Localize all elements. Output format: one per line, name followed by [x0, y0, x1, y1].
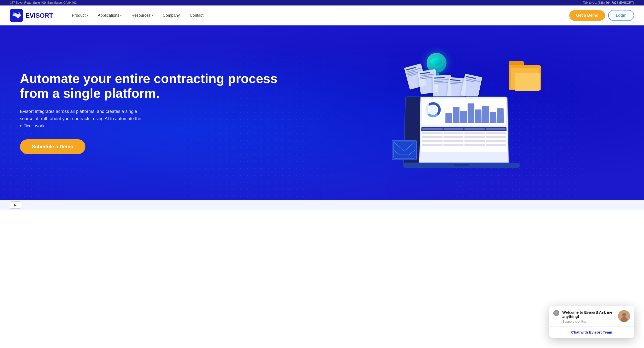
nav-item-resources[interactable]: Resources ▾: [128, 11, 157, 20]
nav-company-label: Company: [163, 13, 180, 18]
nav-applications-label: Applications: [98, 13, 119, 18]
chart-bar: [497, 108, 504, 123]
hero-content: Automate your entire contracting process…: [0, 35, 644, 190]
table-row: [421, 135, 507, 139]
inbox-box: [392, 140, 417, 160]
hero-title: Automate your entire contracting process…: [20, 71, 294, 101]
hero-illustration: [294, 50, 629, 175]
svg-rect-7: [394, 142, 415, 159]
laptop-screen: [404, 97, 510, 164]
hero-section: Automate your entire contracting process…: [0, 26, 644, 200]
folder-tab: [509, 61, 524, 65]
logo-text: EVISORT: [26, 12, 53, 20]
schedule-demo-button[interactable]: Schedule a Demo: [20, 139, 86, 154]
nav-item-applications[interactable]: Applications ▾: [94, 11, 126, 20]
chart-bar: [490, 112, 496, 123]
svg-point-2: [18, 12, 20, 13]
nav-item-product[interactable]: Product ▾: [68, 11, 92, 20]
nav-actions: Get a Demo Login: [569, 10, 634, 21]
folder-inner1: [511, 68, 539, 89]
nav-item-company[interactable]: Company: [159, 11, 184, 20]
document-5: [461, 74, 482, 99]
nav-contact-label: Contact: [190, 13, 204, 18]
nav-item-contact[interactable]: Contact: [186, 11, 208, 20]
hero-left: Automate your entire contracting process…: [20, 71, 294, 154]
scanner-eye-icon: [431, 58, 442, 66]
evisort-logo-icon: [10, 9, 23, 22]
chart-donut: [424, 101, 442, 118]
folder-icon: [509, 65, 541, 90]
top-bar: 177 Bovet Road, Suite 400, San Mateo, CA…: [0, 0, 644, 6]
inbox-icon: [392, 141, 416, 160]
chart-bar: [482, 106, 489, 123]
chart-bar: [446, 113, 452, 123]
chevron-down-icon: ▾: [152, 14, 153, 17]
table-row: [421, 143, 507, 147]
chart-bar: [468, 104, 474, 123]
bottom-strip: ▶: [0, 200, 644, 210]
chevron-down-icon: ▾: [87, 14, 88, 17]
folder-body: [509, 65, 541, 90]
folder-inner2: [515, 73, 540, 91]
chart-bars-area: [444, 100, 505, 124]
logo-evi: EVI: [26, 12, 35, 19]
login-button[interactable]: Login: [608, 10, 634, 21]
phone-text: Talk to Us: (888) 564-7878 (EVISORT): [583, 1, 634, 5]
chart-bar: [475, 109, 482, 123]
get-demo-button[interactable]: Get a Demo: [569, 10, 606, 21]
navbar: EVISORT Product ▾ Applications ▾ Resourc…: [0, 6, 644, 26]
hero-subtitle: Evisort integrates across all platforms,…: [20, 108, 150, 129]
laptop-base: [404, 163, 520, 168]
screen-table: [421, 127, 507, 152]
chart-bar: [453, 107, 460, 123]
screen-chart-area: [422, 99, 506, 125]
svg-point-6: [429, 106, 437, 114]
screen-main: [419, 97, 509, 163]
chevron-down-icon: ▾: [120, 14, 122, 17]
svg-point-1: [13, 13, 15, 15]
nav-resources-label: Resources: [132, 13, 150, 18]
table-row: [421, 131, 506, 135]
bottom-strip-button[interactable]: ▶: [10, 201, 21, 209]
table-row: [421, 139, 507, 143]
nav-links: Product ▾ Applications ▾ Resources ▾ Com…: [68, 11, 569, 20]
table-header-row: [421, 127, 506, 131]
illustration-container: [377, 50, 546, 175]
laptop-illustration: [404, 97, 520, 168]
logo[interactable]: EVISORT: [10, 9, 53, 22]
chart-bar: [460, 111, 467, 123]
address-text: 177 Bovet Road, Suite 400, San Mateo, CA…: [10, 1, 77, 5]
nav-product-label: Product: [72, 13, 86, 18]
